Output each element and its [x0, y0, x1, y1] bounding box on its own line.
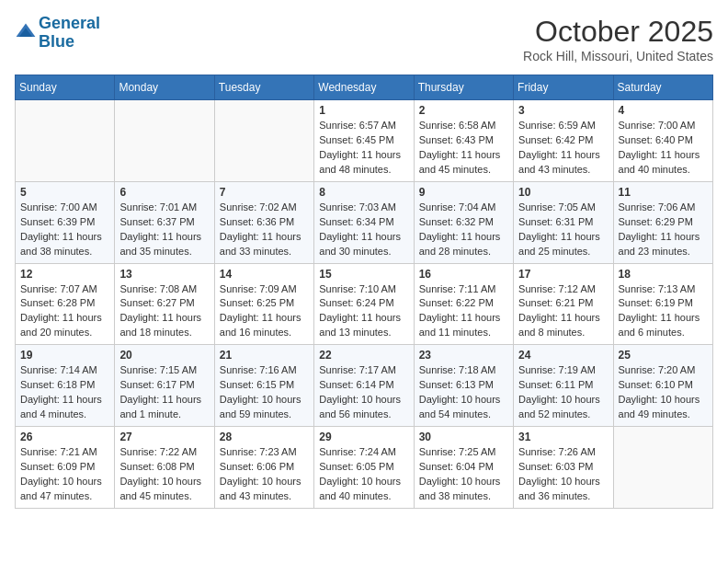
weekday-header: Sunday	[16, 75, 115, 100]
day-info: Sunrise: 7:05 AM Sunset: 6:31 PM Dayligh…	[518, 201, 608, 259]
day-number: 13	[119, 268, 209, 281]
day-number: 4	[619, 104, 708, 117]
calendar-cell: 27Sunrise: 7:22 AM Sunset: 6:08 PM Dayli…	[115, 427, 214, 509]
day-number: 20	[119, 349, 209, 362]
day-info: Sunrise: 6:58 AM Sunset: 6:43 PM Dayligh…	[419, 119, 508, 178]
day-info: Sunrise: 7:11 AM Sunset: 6:22 PM Dayligh…	[419, 282, 508, 341]
calendar-cell: 21Sunrise: 7:16 AM Sunset: 6:15 PM Dayli…	[214, 345, 313, 427]
month-title: October 2025	[523, 15, 713, 49]
day-info: Sunrise: 7:08 AM Sunset: 6:27 PM Dayligh…	[119, 282, 209, 341]
calendar-cell: 5Sunrise: 7:00 AM Sunset: 6:39 PM Daylig…	[16, 181, 115, 263]
weekday-header: Wednesday	[314, 75, 414, 100]
day-info: Sunrise: 7:18 AM Sunset: 6:13 PM Dayligh…	[419, 363, 508, 422]
calendar-cell: 26Sunrise: 7:21 AM Sunset: 6:09 PM Dayli…	[16, 427, 115, 509]
location: Rock Hill, Missouri, United States	[523, 49, 713, 63]
title-block: October 2025 Rock Hill, Missouri, United…	[523, 15, 713, 63]
calendar-cell: 31Sunrise: 7:26 AM Sunset: 6:03 PM Dayli…	[514, 427, 613, 509]
day-number: 31	[518, 431, 608, 443]
calendar-cell	[115, 100, 214, 182]
day-info: Sunrise: 7:26 AM Sunset: 6:03 PM Dayligh…	[518, 445, 608, 504]
calendar-cell: 20Sunrise: 7:15 AM Sunset: 6:17 PM Dayli…	[115, 345, 214, 427]
day-info: Sunrise: 7:17 AM Sunset: 6:14 PM Dayligh…	[319, 363, 408, 422]
weekday-header: Friday	[514, 75, 613, 100]
weekday-header: Thursday	[414, 75, 513, 100]
day-number: 10	[518, 186, 608, 199]
day-number: 24	[518, 349, 608, 362]
calendar-cell: 23Sunrise: 7:18 AM Sunset: 6:13 PM Dayli…	[414, 345, 513, 427]
day-info: Sunrise: 7:03 AM Sunset: 6:34 PM Dayligh…	[319, 201, 408, 259]
logo-text: General Blue	[39, 15, 100, 52]
calendar-cell: 17Sunrise: 7:12 AM Sunset: 6:21 PM Dayli…	[514, 263, 613, 345]
weekday-header: Saturday	[613, 75, 712, 100]
calendar-cell	[16, 100, 115, 182]
calendar-week-row: 1Sunrise: 6:57 AM Sunset: 6:45 PM Daylig…	[16, 100, 713, 182]
calendar-table: SundayMondayTuesdayWednesdayThursdayFrid…	[15, 75, 713, 509]
day-number: 21	[220, 349, 309, 362]
calendar-cell: 30Sunrise: 7:25 AM Sunset: 6:04 PM Dayli…	[414, 427, 513, 509]
day-number: 18	[619, 268, 708, 281]
calendar-cell	[613, 427, 712, 509]
day-number: 23	[419, 349, 508, 362]
day-info: Sunrise: 7:22 AM Sunset: 6:08 PM Dayligh…	[119, 445, 209, 504]
calendar-cell: 28Sunrise: 7:23 AM Sunset: 6:06 PM Dayli…	[214, 427, 313, 509]
day-number: 22	[319, 349, 408, 362]
day-number: 9	[419, 186, 508, 199]
day-info: Sunrise: 7:02 AM Sunset: 6:36 PM Dayligh…	[220, 201, 309, 259]
day-number: 15	[319, 268, 408, 281]
day-number: 14	[220, 268, 309, 281]
calendar-cell: 25Sunrise: 7:20 AM Sunset: 6:10 PM Dayli…	[613, 345, 712, 427]
calendar-cell: 3Sunrise: 6:59 AM Sunset: 6:42 PM Daylig…	[514, 100, 613, 182]
calendar-week-row: 5Sunrise: 7:00 AM Sunset: 6:39 PM Daylig…	[16, 181, 713, 263]
calendar-cell: 24Sunrise: 7:19 AM Sunset: 6:11 PM Dayli…	[514, 345, 613, 427]
day-number: 7	[220, 186, 309, 199]
page-header: General Blue October 2025 Rock Hill, Mis…	[15, 15, 713, 63]
calendar-cell: 7Sunrise: 7:02 AM Sunset: 6:36 PM Daylig…	[214, 181, 313, 263]
day-number: 6	[119, 186, 209, 199]
day-info: Sunrise: 7:19 AM Sunset: 6:11 PM Dayligh…	[518, 363, 608, 422]
day-info: Sunrise: 7:00 AM Sunset: 6:39 PM Dayligh…	[20, 201, 109, 259]
day-info: Sunrise: 7:15 AM Sunset: 6:17 PM Dayligh…	[119, 363, 209, 422]
weekday-header: Tuesday	[214, 75, 313, 100]
logo: General Blue	[15, 15, 100, 52]
calendar-cell: 2Sunrise: 6:58 AM Sunset: 6:43 PM Daylig…	[414, 100, 513, 182]
day-info: Sunrise: 7:25 AM Sunset: 6:04 PM Dayligh…	[419, 445, 508, 504]
logo-icon	[15, 22, 37, 44]
day-info: Sunrise: 7:00 AM Sunset: 6:40 PM Dayligh…	[619, 119, 708, 178]
weekday-header-row: SundayMondayTuesdayWednesdayThursdayFrid…	[16, 75, 713, 100]
day-info: Sunrise: 7:24 AM Sunset: 6:05 PM Dayligh…	[319, 445, 408, 504]
day-info: Sunrise: 7:13 AM Sunset: 6:19 PM Dayligh…	[619, 282, 708, 341]
calendar-cell: 11Sunrise: 7:06 AM Sunset: 6:29 PM Dayli…	[613, 181, 712, 263]
calendar-cell: 22Sunrise: 7:17 AM Sunset: 6:14 PM Dayli…	[314, 345, 414, 427]
day-info: Sunrise: 7:10 AM Sunset: 6:24 PM Dayligh…	[319, 282, 408, 341]
calendar-cell	[214, 100, 313, 182]
calendar-cell: 19Sunrise: 7:14 AM Sunset: 6:18 PM Dayli…	[16, 345, 115, 427]
day-number: 12	[20, 268, 109, 281]
calendar-cell: 6Sunrise: 7:01 AM Sunset: 6:37 PM Daylig…	[115, 181, 214, 263]
day-number: 29	[319, 431, 408, 443]
day-info: Sunrise: 7:06 AM Sunset: 6:29 PM Dayligh…	[619, 201, 708, 259]
calendar-cell: 4Sunrise: 7:00 AM Sunset: 6:40 PM Daylig…	[613, 100, 712, 182]
calendar-cell: 1Sunrise: 6:57 AM Sunset: 6:45 PM Daylig…	[314, 100, 414, 182]
weekday-header: Monday	[115, 75, 214, 100]
day-number: 1	[319, 104, 408, 117]
calendar-cell: 29Sunrise: 7:24 AM Sunset: 6:05 PM Dayli…	[314, 427, 414, 509]
calendar-cell: 15Sunrise: 7:10 AM Sunset: 6:24 PM Dayli…	[314, 263, 414, 345]
day-number: 25	[619, 349, 708, 362]
calendar-cell: 14Sunrise: 7:09 AM Sunset: 6:25 PM Dayli…	[214, 263, 313, 345]
calendar-week-row: 19Sunrise: 7:14 AM Sunset: 6:18 PM Dayli…	[16, 345, 713, 427]
day-info: Sunrise: 7:07 AM Sunset: 6:28 PM Dayligh…	[20, 282, 109, 341]
calendar-week-row: 12Sunrise: 7:07 AM Sunset: 6:28 PM Dayli…	[16, 263, 713, 345]
day-info: Sunrise: 6:57 AM Sunset: 6:45 PM Dayligh…	[319, 119, 408, 178]
day-number: 8	[319, 186, 408, 199]
day-info: Sunrise: 7:21 AM Sunset: 6:09 PM Dayligh…	[20, 445, 109, 504]
calendar-cell: 8Sunrise: 7:03 AM Sunset: 6:34 PM Daylig…	[314, 181, 414, 263]
day-number: 28	[220, 431, 309, 443]
day-info: Sunrise: 6:59 AM Sunset: 6:42 PM Dayligh…	[518, 119, 608, 178]
day-number: 16	[419, 268, 508, 281]
day-number: 2	[419, 104, 508, 117]
calendar-week-row: 26Sunrise: 7:21 AM Sunset: 6:09 PM Dayli…	[16, 427, 713, 509]
day-info: Sunrise: 7:04 AM Sunset: 6:32 PM Dayligh…	[419, 201, 508, 259]
calendar-cell: 10Sunrise: 7:05 AM Sunset: 6:31 PM Dayli…	[514, 181, 613, 263]
day-number: 26	[20, 431, 109, 443]
calendar-cell: 12Sunrise: 7:07 AM Sunset: 6:28 PM Dayli…	[16, 263, 115, 345]
